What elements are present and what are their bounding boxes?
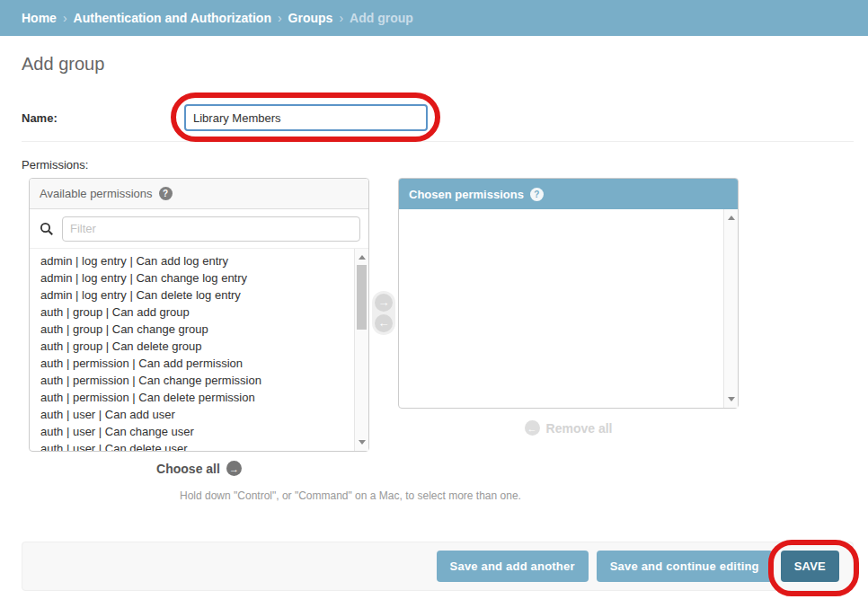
arrow-left-circle-icon: ← bbox=[525, 420, 540, 436]
available-permissions-header: Available permissions ? bbox=[30, 179, 368, 209]
permission-option[interactable]: admin | log entry | Can change log entry bbox=[30, 269, 368, 286]
scroll-down-icon[interactable] bbox=[728, 397, 735, 401]
remove-arrow-button[interactable]: ← bbox=[375, 314, 393, 332]
arrow-right-icon: → bbox=[378, 294, 390, 312]
submit-row: Save and add another Save and continue e… bbox=[22, 542, 854, 591]
scroll-up-icon[interactable] bbox=[359, 255, 366, 260]
scroll-down-icon[interactable] bbox=[359, 440, 366, 445]
breadcrumb-separator: › bbox=[63, 11, 67, 25]
permission-option[interactable]: auth | group | Can delete group bbox=[30, 338, 368, 355]
chosen-permissions-title: Chosen permissions bbox=[409, 188, 524, 201]
scroll-up-icon[interactable] bbox=[728, 216, 735, 220]
available-permissions-title: Available permissions bbox=[40, 187, 153, 200]
breadcrumb-separator: › bbox=[339, 11, 343, 25]
chosen-permissions-list bbox=[399, 209, 738, 408]
scrollbar-thumb[interactable] bbox=[357, 265, 367, 330]
filter-row bbox=[30, 209, 368, 249]
search-icon bbox=[40, 222, 54, 236]
help-icon: ? bbox=[159, 187, 173, 200]
chosen-permissions-header: Chosen permissions ? bbox=[399, 179, 738, 209]
permission-option[interactable]: auth | user | Can change user bbox=[30, 423, 368, 440]
choose-all-link[interactable]: Choose all → bbox=[29, 461, 369, 476]
chosen-list-scrollbar[interactable] bbox=[723, 209, 738, 408]
permission-option[interactable]: auth | user | Can delete user bbox=[30, 440, 368, 451]
choose-arrow-button[interactable]: → bbox=[375, 294, 393, 312]
permission-option[interactable]: admin | log entry | Can add log entry bbox=[30, 252, 368, 269]
permissions-label: Permissions: bbox=[22, 158, 88, 172]
available-permissions-panel: Available permissions ? admin | log entr… bbox=[29, 178, 369, 452]
permission-option[interactable]: auth | permission | Can change permissio… bbox=[30, 372, 368, 389]
breadcrumb-separator: › bbox=[278, 11, 282, 25]
permissions-help-text: Hold down "Control", or "Command" on a M… bbox=[180, 489, 521, 502]
save-button[interactable]: SAVE bbox=[781, 551, 839, 582]
form-divider bbox=[22, 141, 854, 142]
permission-option[interactable]: admin | log entry | Can delete log entry bbox=[30, 286, 368, 304]
arrow-right-circle-icon: → bbox=[226, 461, 242, 476]
remove-all-label: Remove all bbox=[546, 421, 613, 436]
filter-input[interactable] bbox=[62, 216, 360, 242]
help-icon: ? bbox=[530, 188, 544, 201]
permission-option[interactable]: auth | permission | Can delete permissio… bbox=[30, 389, 368, 406]
breadcrumb-current-page: Add group bbox=[350, 11, 413, 25]
arrow-left-icon: ← bbox=[378, 314, 390, 332]
permission-option[interactable]: auth | group | Can add group bbox=[30, 304, 368, 321]
available-list-scrollbar[interactable] bbox=[354, 249, 368, 451]
chosen-permissions-panel: Chosen permissions ? bbox=[398, 178, 739, 409]
name-label: Name: bbox=[22, 111, 58, 125]
permission-option[interactable]: auth | user | Can add user bbox=[30, 406, 368, 423]
save-and-continue-editing-button[interactable]: Save and continue editing bbox=[597, 551, 773, 582]
permission-option[interactable]: auth | permission | Can add permission bbox=[30, 355, 368, 372]
breadcrumb-groups[interactable]: Groups bbox=[288, 11, 333, 25]
selector-mover: → ← bbox=[372, 291, 395, 335]
breadcrumb-home[interactable]: Home bbox=[22, 11, 57, 25]
page-title: Add group bbox=[22, 54, 104, 75]
breadcrumb: Home › Authentication and Authorization … bbox=[0, 0, 868, 36]
breadcrumb-auth-app[interactable]: Authentication and Authorization bbox=[74, 11, 271, 25]
available-permissions-list: admin | log entry | Can add log entry ad… bbox=[30, 249, 368, 451]
remove-all-link[interactable]: ← Remove all bbox=[398, 420, 739, 436]
permission-option[interactable]: auth | group | Can change group bbox=[30, 321, 368, 338]
name-input[interactable] bbox=[184, 104, 428, 131]
save-and-add-another-button[interactable]: Save and add another bbox=[437, 551, 589, 582]
choose-all-label: Choose all bbox=[156, 462, 220, 476]
